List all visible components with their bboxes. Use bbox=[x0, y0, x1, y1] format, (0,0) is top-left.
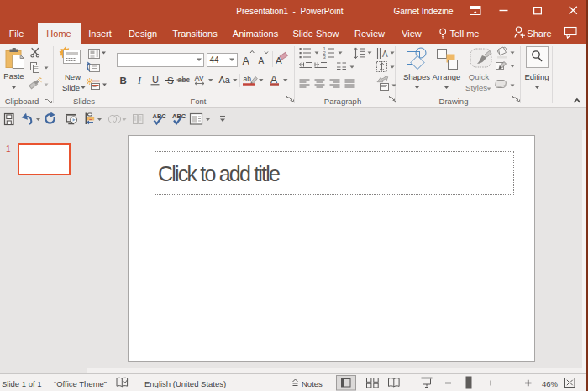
svg-text:A: A bbox=[243, 55, 250, 67]
svg-text:Quick: Quick bbox=[469, 72, 490, 81]
svg-text:Paste: Paste bbox=[3, 71, 24, 81]
svg-text:Editing: Editing bbox=[524, 72, 549, 81]
svg-text:ABC: ABC bbox=[153, 112, 167, 120]
svg-text:U: U bbox=[152, 75, 159, 85]
svg-text:AV: AV bbox=[195, 74, 204, 82]
svg-text:B: B bbox=[120, 76, 127, 86]
svg-text:New: New bbox=[65, 72, 81, 81]
svg-text:44: 44 bbox=[210, 55, 220, 65]
svg-text:ABC: ABC bbox=[172, 112, 186, 120]
svg-text:Arrange: Arrange bbox=[433, 72, 461, 81]
svg-text:I: I bbox=[137, 75, 142, 86]
svg-text:A: A bbox=[382, 50, 388, 59]
svg-text:ab: ab bbox=[244, 75, 252, 83]
svg-text:3: 3 bbox=[323, 55, 327, 60]
svg-text:A: A bbox=[259, 56, 265, 65]
svg-text:Shapes: Shapes bbox=[403, 72, 430, 81]
svg-text:Aa: Aa bbox=[219, 75, 231, 85]
svg-text:Styles: Styles bbox=[465, 83, 487, 92]
svg-text:Slide: Slide bbox=[62, 83, 80, 92]
